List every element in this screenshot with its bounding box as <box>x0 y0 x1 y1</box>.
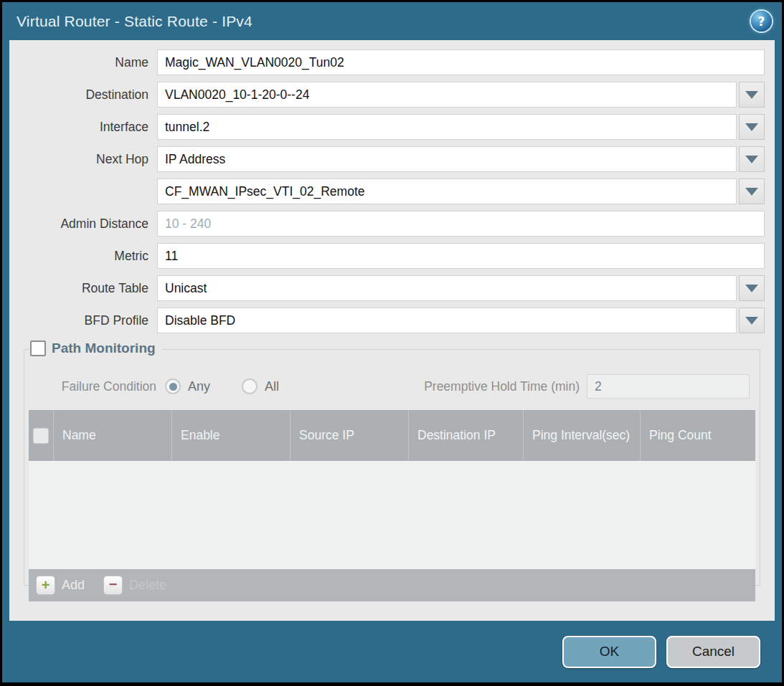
name-label: Name <box>19 55 157 70</box>
route-table-dropdown-button[interactable] <box>739 275 765 301</box>
route-table-input[interactable] <box>157 275 737 301</box>
admin-distance-label: Admin Distance <box>19 216 157 232</box>
bfd-profile-label: BFD Profile <box>19 313 157 328</box>
path-monitoring-section: Path Monitoring Failure Condition Any Al… <box>24 349 760 586</box>
column-header-source-ip[interactable]: Source IP <box>290 410 408 461</box>
table-footer-bar: + Add − Delete <box>29 569 755 601</box>
select-all-checkbox-cell <box>29 410 53 461</box>
metric-label: Metric <box>19 249 157 264</box>
column-header-destination-ip[interactable]: Destination IP <box>408 410 523 461</box>
column-header-enable[interactable]: Enable <box>171 410 290 461</box>
form-row-interface: Interface <box>19 114 765 140</box>
interface-label: Interface <box>19 120 157 135</box>
ok-button[interactable]: OK <box>562 636 656 668</box>
next-hop-type-dropdown-button[interactable] <box>739 146 765 172</box>
failure-condition-label: Failure Condition <box>29 379 165 394</box>
next-hop-type-input[interactable] <box>157 146 737 172</box>
column-header-ping-count[interactable]: Ping Count <box>640 410 755 461</box>
dialog-footer: OK Cancel <box>2 621 782 682</box>
dialog-content: Name Destination Interface <box>9 40 775 621</box>
radio-all-label: All <box>265 379 279 394</box>
chevron-down-icon <box>745 188 758 196</box>
path-monitoring-table: Name Enable Source IP Destination IP Pin… <box>29 410 755 601</box>
name-input[interactable] <box>157 49 765 75</box>
radio-all-icon[interactable] <box>242 378 258 394</box>
form-row-destination: Destination <box>19 82 765 108</box>
next-hop-label: Next Hop <box>19 152 157 167</box>
radio-option-all[interactable]: All <box>242 378 279 394</box>
static-route-dialog: Virtual Router - Static Route - IPv4 ? N… <box>2 2 782 682</box>
route-table-label: Route Table <box>19 281 157 296</box>
form-row-next-hop: Next Hop <box>19 146 765 172</box>
path-monitoring-checkbox[interactable] <box>30 340 46 356</box>
path-monitoring-legend: Path Monitoring <box>29 340 161 356</box>
title-bar: Virtual Router - Static Route - IPv4 ? <box>2 2 782 40</box>
preemptive-hold-time-label: Preemptive Hold Time (min) <box>424 379 587 394</box>
destination-label: Destination <box>19 87 157 103</box>
bfd-profile-dropdown-button[interactable] <box>739 308 765 333</box>
form-row-name: Name <box>19 49 765 75</box>
failure-condition-row: Failure Condition Any All Preemptive Hol… <box>29 374 750 399</box>
path-monitoring-title: Path Monitoring <box>52 340 156 356</box>
failure-condition-radio-group: Any All <box>165 378 279 394</box>
form-row-admin-distance: Admin Distance <box>19 211 765 237</box>
preemptive-hold-time-group: Preemptive Hold Time (min) <box>424 374 750 399</box>
admin-distance-input[interactable] <box>157 211 765 237</box>
form-row-next-hop-address <box>19 178 765 204</box>
dialog-title: Virtual Router - Static Route - IPv4 <box>16 13 252 30</box>
radio-any-icon[interactable] <box>165 378 181 394</box>
next-hop-address-input[interactable] <box>157 178 737 204</box>
help-icon[interactable]: ? <box>751 11 772 32</box>
table-body-empty <box>29 461 755 569</box>
chevron-down-icon <box>745 91 758 99</box>
form-row-metric: Metric <box>19 243 765 269</box>
destination-input[interactable] <box>157 82 737 108</box>
form-row-bfd-profile: BFD Profile <box>19 308 765 333</box>
delete-button-label: Delete <box>129 578 166 593</box>
next-hop-address-dropdown-button[interactable] <box>739 178 765 204</box>
plus-icon: + <box>36 576 55 595</box>
chevron-down-icon <box>745 285 758 292</box>
preemptive-hold-time-input[interactable] <box>587 374 750 399</box>
column-header-ping-interval[interactable]: Ping Interval(sec) <box>523 410 640 461</box>
select-all-checkbox[interactable] <box>33 428 49 444</box>
interface-dropdown-button[interactable] <box>739 114 765 140</box>
add-button-label: Add <box>62 578 85 593</box>
minus-icon: − <box>103 576 123 595</box>
metric-input[interactable] <box>157 243 765 269</box>
cancel-button[interactable]: Cancel <box>666 636 760 668</box>
radio-any-label: Any <box>188 379 210 394</box>
table-header-row: Name Enable Source IP Destination IP Pin… <box>29 410 755 461</box>
delete-button[interactable]: − Delete <box>103 576 166 595</box>
bfd-profile-input[interactable] <box>157 308 737 333</box>
interface-input[interactable] <box>157 114 737 140</box>
chevron-down-icon <box>745 317 758 325</box>
radio-option-any[interactable]: Any <box>165 378 210 394</box>
chevron-down-icon <box>745 156 758 163</box>
destination-dropdown-button[interactable] <box>739 82 765 108</box>
chevron-down-icon <box>745 123 758 131</box>
add-button[interactable]: + Add <box>36 576 85 595</box>
form-row-route-table: Route Table <box>19 275 765 301</box>
column-header-name[interactable]: Name <box>53 410 171 461</box>
